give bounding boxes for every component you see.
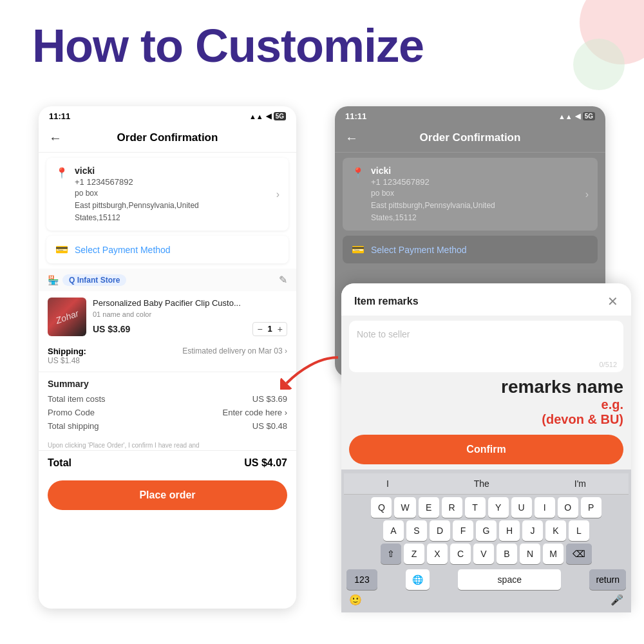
order-confirmation-header: ← Order Confirmation — [39, 126, 296, 153]
note-input-area[interactable]: Note to seller 0/512 — [349, 321, 623, 372]
key-t[interactable]: T — [465, 497, 486, 518]
red-arrow-indicator — [280, 351, 345, 392]
right-payment-label: Select Payment Method — [371, 245, 467, 255]
right-status-icons: ▲▲ ◀ 5G — [558, 112, 595, 120]
suggest-im[interactable]: I'm — [568, 477, 592, 490]
promo-row[interactable]: Promo Code Enter code here › — [48, 408, 287, 417]
chevron-right-icon: › — [276, 189, 279, 200]
char-count: 0/512 — [599, 361, 617, 368]
key-e[interactable]: E — [419, 497, 439, 518]
promo-label: Promo Code — [48, 408, 95, 417]
key-n[interactable]: N — [520, 544, 540, 564]
key-w[interactable]: W — [394, 497, 415, 518]
key-f[interactable]: F — [453, 520, 473, 541]
remarks-annotation-val: (devon & BU) — [349, 412, 623, 427]
store-info: 🏪 Q Infant Store — [48, 274, 126, 286]
key-j[interactable]: J — [522, 520, 543, 541]
right-status-bar: 11:11 ▲▲ ◀ 5G — [335, 106, 605, 126]
estimated-delivery: Estimated delivery on Mar 03 › — [182, 346, 287, 365]
key-x[interactable]: X — [427, 544, 448, 564]
product-row: Zohar Personalized Baby Pacifier Clip Cu… — [39, 291, 296, 343]
summary-title: Summary — [48, 379, 287, 389]
right-address-name: vicki — [371, 166, 579, 176]
shipping-row: Shipping: US $1.48 Estimated delivery on… — [39, 343, 296, 372]
right-address-info: vicki +1 1234567892 po box East pittsbur… — [371, 166, 579, 223]
keyboard-bottom-row: 123 🌐 space return — [344, 567, 629, 590]
key-i[interactable]: I — [535, 497, 555, 518]
key-h[interactable]: H — [499, 520, 520, 541]
store-name: Q Infant Store — [62, 274, 126, 286]
key-return[interactable]: return — [589, 569, 626, 590]
qty-decrease-button[interactable]: − — [257, 324, 262, 334]
key-g[interactable]: G — [476, 520, 497, 541]
item-remarks-modal: Item remarks ✕ Note to seller 0/512 rema… — [341, 283, 631, 612]
keyboard-row-1: Q W E R T Y U I O P — [344, 497, 629, 518]
status-time: 11:11 — [49, 111, 70, 121]
modal-confirm-button[interactable]: Confirm — [349, 435, 623, 464]
key-o[interactable]: O — [558, 497, 578, 518]
key-p[interactable]: P — [581, 497, 601, 518]
address-name: vicki — [75, 166, 270, 176]
store-icon: 🏪 — [48, 275, 59, 285]
promo-value: Enter code here › — [223, 408, 287, 417]
key-delete[interactable]: ⌫ — [566, 544, 592, 564]
payment-card[interactable]: 💳 Select Payment Method — [46, 236, 289, 263]
product-variant: 01 name and color — [93, 310, 287, 318]
modal-close-button[interactable]: ✕ — [607, 294, 618, 309]
suggest-i[interactable]: I — [380, 477, 395, 490]
product-name: Personalized Baby Pacifier Clip Custo... — [93, 298, 287, 309]
shipping-label: Shipping: — [48, 346, 86, 356]
address-line2: East pittsburgh,Pennsylvania,United — [75, 200, 270, 211]
key-y[interactable]: Y — [488, 497, 509, 518]
key-space[interactable]: space — [458, 569, 561, 590]
right-order-confirmation-header: ← Order Confirmation — [335, 126, 605, 153]
item-costs-value: US $3.69 — [252, 394, 287, 404]
right-back-button[interactable]: ← — [345, 131, 358, 146]
key-b[interactable]: B — [497, 544, 517, 564]
right-address-card[interactable]: 📍 vicki +1 1234567892 po box East pittsb… — [343, 158, 598, 231]
emoji-button[interactable]: 🙂 — [349, 594, 362, 606]
total-label: Total — [48, 457, 71, 469]
mic-icon[interactable]: 🎤 — [611, 594, 623, 606]
key-v[interactable]: V — [473, 544, 494, 564]
suggest-the[interactable]: The — [468, 477, 496, 490]
key-u[interactable]: U — [511, 497, 532, 518]
key-shift[interactable]: ⇧ — [381, 544, 401, 564]
back-button[interactable]: ← — [49, 131, 62, 146]
key-k[interactable]: K — [545, 520, 566, 541]
modal-header: Item remarks ✕ — [341, 283, 631, 316]
payment-icon: 💳 — [55, 243, 68, 256]
key-s[interactable]: S — [406, 520, 427, 541]
key-globe[interactable]: 🌐 — [406, 569, 430, 590]
right-header-title: Order Confirmation — [420, 131, 521, 144]
key-c[interactable]: C — [450, 544, 471, 564]
key-d[interactable]: D — [430, 520, 450, 541]
qty-increase-button[interactable]: + — [278, 324, 283, 334]
key-z[interactable]: Z — [404, 544, 424, 564]
right-status-time: 11:11 — [345, 111, 366, 121]
key-a[interactable]: A — [383, 520, 404, 541]
shipping-total-label: Total shipping — [48, 421, 99, 431]
quantity-value: 1 — [268, 324, 272, 334]
key-r[interactable]: R — [442, 497, 462, 518]
on-screen-keyboard: I The I'm Q W E R T Y U I O P A S D F G … — [341, 469, 631, 612]
address-line3: States,15112 — [75, 213, 270, 223]
key-123[interactable]: 123 — [346, 569, 377, 590]
key-m[interactable]: M — [543, 544, 564, 564]
status-bar: 11:11 ▲▲ ◀ 5G — [39, 106, 296, 126]
left-phone-screenshot: 11:11 ▲▲ ◀ 5G ← Order Confirmation 📍 vic… — [39, 106, 296, 609]
right-address-line3: States,15112 — [371, 213, 579, 223]
product-tag: Zohar — [54, 308, 80, 327]
key-l[interactable]: L — [569, 520, 589, 541]
item-costs-row: Total item costs US $3.69 — [48, 394, 287, 404]
right-payment-card[interactable]: 💳 Select Payment Method — [343, 236, 598, 263]
place-order-button[interactable]: Place order — [48, 480, 287, 510]
quantity-control[interactable]: − 1 + — [252, 322, 287, 336]
right-address-phone: +1 1234567892 — [371, 177, 579, 187]
right-address-line2: East pittsburgh,Pennsylvania,United — [371, 200, 579, 211]
address-phone: +1 1234567892 — [75, 177, 270, 187]
key-q[interactable]: Q — [371, 497, 392, 518]
note-icon[interactable]: ✎ — [279, 274, 287, 286]
address-card[interactable]: 📍 vicki +1 1234567892 po box East pittsb… — [46, 158, 289, 231]
keyboard-mic-row: 🙂 🎤 — [344, 590, 629, 609]
